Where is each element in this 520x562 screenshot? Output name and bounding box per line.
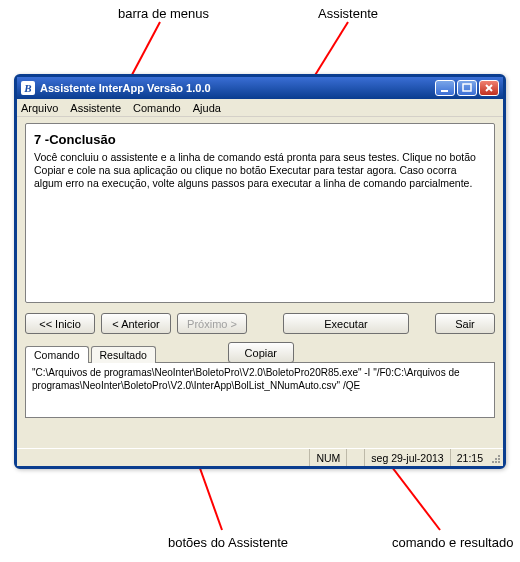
minimize-button[interactable] [435, 80, 455, 96]
svg-point-9 [495, 461, 497, 463]
window-title: Assistente InterApp Versão 1.0.0 [40, 82, 211, 94]
tab-comando[interactable]: Comando [25, 346, 89, 363]
status-bar: NUM seg 29-jul-2013 21:15 [17, 448, 503, 466]
tab-resultado[interactable]: Resultado [91, 346, 156, 363]
step-title: 7 -Conclusão [34, 132, 486, 147]
step-description: Você concluiu o assistente e a linha de … [34, 151, 486, 190]
menu-bar: Arquivo Assistente Comando Ajuda [17, 99, 503, 117]
application-window: B Assistente InterApp Versão 1.0.0 Arqui… [14, 74, 506, 469]
copiar-button[interactable]: Copiar [228, 342, 294, 363]
tab-strip: Comando Resultado [25, 344, 158, 362]
title-bar[interactable]: B Assistente InterApp Versão 1.0.0 [17, 77, 503, 99]
svg-point-12 [495, 458, 497, 460]
resize-grip-icon[interactable] [489, 449, 503, 466]
svg-point-10 [498, 458, 500, 460]
svg-rect-4 [441, 90, 448, 92]
annotation-assistant: Assistente [318, 6, 378, 21]
status-date: seg 29-jul-2013 [364, 449, 449, 466]
annotation-command: comando e resultado [392, 535, 513, 550]
command-output[interactable]: "C:\Arquivos de programas\NeoInter\Bolet… [25, 362, 495, 418]
annotation-menubar: barra de menus [118, 6, 209, 21]
executar-button[interactable]: Executar [283, 313, 409, 334]
wizard-step-panel: 7 -Conclusão Você concluiu o assistente … [25, 123, 495, 303]
maximize-button[interactable] [457, 80, 477, 96]
app-icon: B [21, 81, 35, 95]
status-num: NUM [309, 449, 346, 466]
svg-point-11 [492, 461, 494, 463]
close-button[interactable] [479, 80, 499, 96]
menu-arquivo[interactable]: Arquivo [21, 102, 58, 114]
maximize-icon [462, 83, 472, 93]
wizard-button-row: << Inicio < Anterior Próximo > Executar … [25, 313, 495, 334]
status-time: 21:15 [450, 449, 489, 466]
menu-ajuda[interactable]: Ajuda [193, 102, 221, 114]
annotation-buttons: botões do Assistente [168, 535, 288, 550]
status-empty [346, 449, 364, 466]
menu-assistente[interactable]: Assistente [70, 102, 121, 114]
inicio-button[interactable]: << Inicio [25, 313, 95, 334]
svg-point-8 [498, 461, 500, 463]
svg-point-13 [498, 455, 500, 457]
sair-button[interactable]: Sair [435, 313, 495, 334]
minimize-icon [440, 83, 450, 93]
close-icon [484, 83, 494, 93]
menu-comando[interactable]: Comando [133, 102, 181, 114]
proximo-button: Próximo > [177, 313, 247, 334]
svg-rect-5 [463, 84, 471, 91]
anterior-button[interactable]: < Anterior [101, 313, 171, 334]
